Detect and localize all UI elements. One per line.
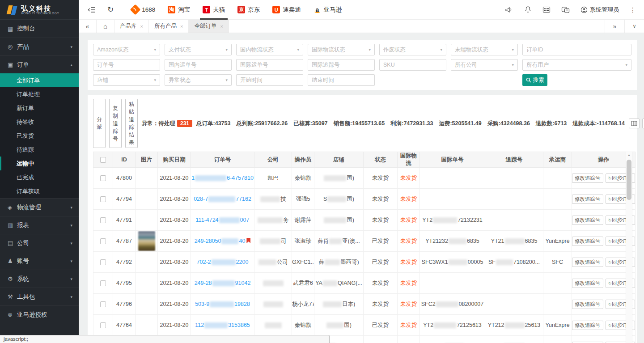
filter-国际运单号-input[interactable] <box>240 62 299 68</box>
search-button[interactable]: 搜索 <box>522 74 547 86</box>
user-menu[interactable]: 系统管理员 <box>580 6 619 14</box>
filter-select-末端物流状态[interactable]: 末端物流状态▾ <box>451 44 518 55</box>
edit-tracking-button[interactable]: 修改追踪号 <box>572 342 603 343</box>
announcement-icon[interactable] <box>504 6 513 13</box>
row-checkbox[interactable] <box>100 196 106 202</box>
filter-订单号-input[interactable] <box>97 62 156 68</box>
sidebar-item-toolkit[interactable]: ⚒工具包▾ <box>0 288 79 305</box>
filter-国际运单号[interactable] <box>236 59 303 71</box>
row-checkbox[interactable] <box>100 280 106 286</box>
filter-SKU-input[interactable] <box>383 62 442 68</box>
stats-button-复制追踪号[interactable]: 复制追踪号 <box>109 99 122 148</box>
tabs-scroll-left-icon[interactable]: « <box>79 20 97 33</box>
filter-开始时间[interactable] <box>236 74 303 86</box>
filter-select-所有公司[interactable]: 所有公司▾ <box>451 59 518 71</box>
export-icon[interactable] <box>642 119 644 128</box>
tab-close-icon[interactable]: × <box>220 24 223 29</box>
sidebar-subitem-运输中[interactable]: 运输中 <box>0 157 79 170</box>
tabs-collapse-icon[interactable]: ∨ <box>624 20 644 33</box>
filter-select-Amazon状态[interactable]: Amazon状态▾ <box>93 44 160 55</box>
tab-所有产品[interactable]: 所有产品× <box>149 20 189 33</box>
sidebar-subitem-待追踪[interactable]: 待追踪 <box>0 143 79 157</box>
edit-tracking-button[interactable]: 修改追踪号 <box>572 279 603 288</box>
sidebar-subitem-订单获取[interactable]: 订单获取 <box>0 184 79 198</box>
filter-select-所有用户[interactable]: 所有用户▾ <box>522 59 631 71</box>
order-number-link[interactable]: 702-22200 <box>197 259 249 265</box>
tab-全部订单[interactable]: 全部订单× <box>189 20 229 33</box>
filter-订单ID[interactable] <box>522 44 631 55</box>
row-checkbox[interactable] <box>100 259 106 265</box>
row-checkbox[interactable] <box>100 238 106 244</box>
collapse-sidebar-icon[interactable] <box>88 7 96 13</box>
edit-tracking-button[interactable]: 修改追踪号 <box>572 258 603 267</box>
vertical-scroll-thumb[interactable] <box>627 160 631 200</box>
filter-SKU[interactable] <box>379 59 446 71</box>
stats-button-粘贴追踪结果[interactable]: 粘贴追踪结果 <box>125 99 138 148</box>
tab-close-icon[interactable]: × <box>140 24 143 29</box>
edit-tracking-button[interactable]: 修改追踪号 <box>572 321 603 330</box>
marketplace-tab-淘宝[interactable]: 淘淘宝 <box>161 0 196 20</box>
order-number-link[interactable]: 503-919828 <box>195 301 250 307</box>
row-checkbox[interactable] <box>100 217 106 223</box>
apps-grid-icon[interactable] <box>542 6 551 13</box>
filter-select-异常状态[interactable]: 异常状态▾ <box>165 74 232 86</box>
filter-国际追踪号-input[interactable] <box>312 62 371 68</box>
order-number-link[interactable]: 111-4724007 <box>196 217 250 223</box>
marketplace-tab-京东[interactable]: 京京东 <box>231 0 266 20</box>
edit-tracking-button[interactable]: 修改追踪号 <box>572 300 603 309</box>
edit-tracking-button[interactable]: 修改追踪号 <box>572 237 603 246</box>
order-number-link[interactable]: 028-777162 <box>194 196 251 202</box>
sidebar-item-reports[interactable]: ▥报表▾ <box>0 216 79 234</box>
sidebar-item-account[interactable]: ♟账号▾ <box>0 252 79 270</box>
scroll-up-icon[interactable]: ▲ <box>627 152 631 158</box>
filter-select-店铺[interactable]: 店铺▾ <box>93 74 160 86</box>
marketplace-tab-天猫[interactable]: T天猫 <box>196 0 231 20</box>
sidebar-subitem-已完成[interactable]: 已完成 <box>0 170 79 184</box>
order-number-link[interactable]: 16-4757810 <box>191 175 254 181</box>
sidebar-item-company[interactable]: ▤公司▾ <box>0 234 79 252</box>
row-checkbox[interactable] <box>100 301 106 307</box>
filter-结束时间-input[interactable] <box>312 77 371 83</box>
edit-tracking-button[interactable]: 修改追踪号 <box>572 174 603 183</box>
filter-开始时间-input[interactable] <box>240 77 299 83</box>
filter-select-国际物流状态[interactable]: 国际物流状态▾ <box>308 44 375 55</box>
row-checkbox[interactable] <box>100 175 106 181</box>
edit-tracking-button[interactable]: 修改追踪号 <box>572 216 603 225</box>
marketplace-tab-1688[interactable]: (1688 <box>125 0 161 20</box>
more-menu-icon[interactable]: ⋮ <box>630 6 636 13</box>
order-number-link[interactable]: 1123153865 <box>195 322 250 328</box>
sidebar-subitem-全部订单[interactable]: 全部订单 <box>0 73 79 87</box>
sidebar-subitem-新订单[interactable]: 新订单 <box>0 101 79 115</box>
tab-close-icon[interactable]: × <box>180 24 183 29</box>
filter-订单号[interactable] <box>93 59 160 71</box>
row-checkbox[interactable] <box>100 322 106 328</box>
filter-订单ID-input[interactable] <box>526 47 627 53</box>
filter-结束时间[interactable] <box>308 74 375 86</box>
sidebar-subitem-订单处理[interactable]: 订单处理 <box>0 87 79 101</box>
home-tab-icon[interactable]: ⌂ <box>97 20 114 33</box>
sidebar-item-amazon-auth[interactable]: ⊚亚马逊授权 <box>0 305 79 323</box>
filter-select-国内物流状态[interactable]: 国内物流状态▾ <box>236 44 303 55</box>
sidebar-item-product[interactable]: ◎产品▾ <box>0 38 79 55</box>
sidebar-subitem-待签收[interactable]: 待签收 <box>0 115 79 129</box>
edit-tracking-button[interactable]: 修改追踪号 <box>572 195 603 204</box>
filter-select-支付状态[interactable]: 支付状态▾ <box>165 44 232 55</box>
notification-bell-icon[interactable] <box>524 6 532 13</box>
refresh-icon[interactable]: ↻ <box>107 5 114 14</box>
marketplace-tab-亚马逊[interactable]: a亚马逊 <box>307 0 348 20</box>
order-number-link[interactable]: 249-2891042 <box>195 280 251 286</box>
tabs-scroll-right-icon[interactable]: » <box>605 20 624 33</box>
sidebar-item-console[interactable]: ▦控制台 <box>0 20 79 38</box>
filter-国际追踪号[interactable] <box>308 59 375 71</box>
select-all-checkbox[interactable] <box>100 157 106 163</box>
filter-国内运单号[interactable] <box>165 59 232 71</box>
marketplace-tab-速卖通[interactable]: U速卖通 <box>266 0 307 20</box>
sidebar-item-logistics[interactable]: ◈物流管理▾ <box>0 198 79 216</box>
filter-国内运单号-input[interactable] <box>169 62 228 68</box>
switch-account-icon[interactable] <box>561 6 570 13</box>
order-number-link[interactable]: 249-2805040 <box>195 238 246 244</box>
filter-select-作废状态[interactable]: 作废状态▾ <box>379 44 446 55</box>
sidebar-item-system[interactable]: ⚙系统▾ <box>0 270 79 288</box>
columns-icon[interactable] <box>629 119 640 128</box>
sidebar-item-orders[interactable]: ▣订单▴ <box>0 55 79 73</box>
